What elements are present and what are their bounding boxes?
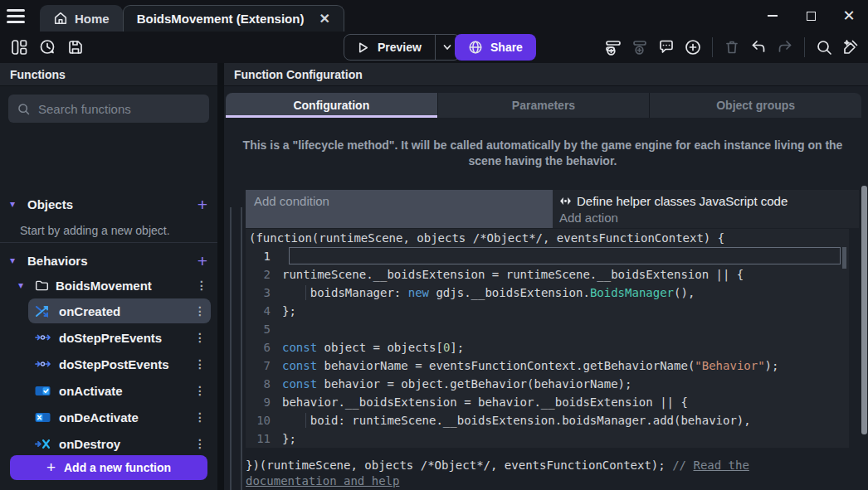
- line-number: 8: [246, 375, 282, 393]
- edit-extension-button[interactable]: [838, 35, 863, 60]
- deactivate-icon: [35, 410, 51, 424]
- folder-menu-button[interactable]: ⋮: [196, 279, 207, 292]
- function-item-movetoposition[interactable]: MoveToPosition⋮: [28, 484, 211, 490]
- preview-split-button: Preview: [344, 34, 461, 61]
- function-menu-button[interactable]: ⋮: [194, 304, 206, 318]
- code-line-5[interactable]: 5: [246, 320, 849, 338]
- tab-parameters[interactable]: Parameters: [438, 93, 651, 118]
- code-line-3[interactable]: 3 boidsManager: new gdjs.__boidsExtensio…: [246, 284, 849, 302]
- main-menu-button[interactable]: [7, 7, 28, 25]
- add-comment-button[interactable]: [654, 35, 679, 60]
- js-code-editor[interactable]: (function(runtimeScene, objects /*Object…: [246, 229, 849, 448]
- add-function-button[interactable]: + Add a new function: [10, 455, 207, 480]
- code-line-8[interactable]: 8const behavior = object.getBehavior(beh…: [246, 375, 849, 393]
- add-condition-button[interactable]: Add condition: [246, 190, 553, 228]
- tab-boidsmovement[interactable]: BoidsMovement (Extension) ✕: [123, 5, 344, 32]
- minimize-button[interactable]: [753, 0, 792, 32]
- line-text: const behavior = object.getBehavior(beha…: [282, 375, 849, 393]
- function-menu-button[interactable]: ⋮: [194, 331, 206, 344]
- function-menu-button[interactable]: ⋮: [194, 437, 206, 450]
- created-icon: [35, 304, 51, 318]
- tab-home-label: Home: [75, 12, 110, 26]
- code-indent-guide: [305, 285, 306, 300]
- add-action-button[interactable]: Add action: [559, 211, 852, 228]
- line-number: 3: [246, 284, 282, 302]
- add-subevent-icon: [630, 37, 650, 57]
- code-line-4[interactable]: 4};: [246, 302, 849, 320]
- tab-configuration[interactable]: Configuration: [226, 93, 438, 118]
- behavior-folder-boidsmovement[interactable]: ▾ BoidsMovement ⋮: [0, 274, 217, 297]
- undo-button[interactable]: [746, 35, 771, 60]
- code-line-11[interactable]: 11};: [246, 429, 849, 448]
- trash-icon: [723, 38, 741, 56]
- code-lines: 12runtimeScene.__boidsExtension = runtim…: [246, 247, 849, 448]
- add-object-button[interactable]: +: [197, 196, 207, 213]
- function-item-dosteppostevents[interactable]: doStepPostEvents⋮: [28, 352, 211, 376]
- add-subevent-button[interactable]: [627, 35, 652, 60]
- project-manager-button[interactable]: [7, 35, 32, 60]
- function-menu-button[interactable]: ⋮: [194, 384, 206, 397]
- destroy-icon: [35, 437, 51, 450]
- redo-button[interactable]: [773, 35, 797, 60]
- function-menu-button[interactable]: ⋮: [194, 410, 206, 424]
- edit-pencil-icon: [841, 37, 861, 57]
- line-text: [282, 320, 849, 338]
- function-label: onDestroy: [59, 437, 187, 451]
- folder-label: BoidsMovement: [56, 279, 189, 293]
- code-footer: })(runtimeScene, objects /*Object*/, eve…: [246, 458, 827, 489]
- functions-panel: Functions ▾ Objects + Start by adding a …: [0, 63, 217, 490]
- tab-home[interactable]: Home: [40, 5, 123, 32]
- comment-icon: [657, 38, 675, 56]
- function-item-ondestroy[interactable]: onDestroy⋮: [28, 431, 211, 456]
- objects-section-header[interactable]: ▾ Objects +: [0, 192, 217, 216]
- tab-object-groups[interactable]: Object groups: [650, 93, 861, 118]
- tab-close-icon[interactable]: ✕: [319, 11, 329, 27]
- code-line-2[interactable]: 2runtimeScene.__boidsExtension = runtime…: [246, 265, 849, 284]
- maximize-button[interactable]: [792, 0, 830, 32]
- line-number: 4: [246, 302, 282, 320]
- events-scrollbar-thumb[interactable]: [861, 186, 867, 434]
- event-indent-guide: [230, 207, 232, 490]
- code-line-1[interactable]: 1: [246, 247, 849, 265]
- delete-button[interactable]: [719, 35, 744, 60]
- function-item-oncreated[interactable]: onCreated⋮: [28, 298, 211, 323]
- objects-empty-hint: Start by adding a new object.: [20, 224, 170, 237]
- line-text: };: [282, 429, 849, 448]
- function-item-dosteppreevents[interactable]: doStepPreEvents⋮: [28, 325, 211, 350]
- code-line-9[interactable]: 9behavior.__boidsExtension = behavior.__…: [246, 393, 849, 411]
- function-label: doStepPreEvents: [59, 331, 187, 345]
- function-menu-button[interactable]: ⋮: [194, 357, 206, 371]
- preview-button[interactable]: Preview: [344, 34, 435, 61]
- folder-icon: [35, 279, 49, 292]
- js-event-title-row[interactable]: Define helper classes JavaScript code: [559, 192, 852, 211]
- share-button[interactable]: Share: [455, 34, 536, 61]
- search-functions-input[interactable]: [38, 102, 188, 116]
- add-behavior-button[interactable]: +: [197, 252, 207, 269]
- line-number: 1: [246, 247, 282, 265]
- window-close-button[interactable]: ✕: [830, 0, 868, 32]
- add-event-button[interactable]: [601, 35, 626, 60]
- gdevelop-window: Home BoidsMovement (Extension) ✕ ✕: [0, 0, 868, 490]
- active-line-highlight: [289, 247, 841, 264]
- code-indent-guide: [305, 413, 306, 428]
- history-button[interactable]: [35, 35, 60, 60]
- code-line-7[interactable]: 7const behaviorName = eventsFunctionCont…: [246, 357, 849, 375]
- function-item-ondeactivate[interactable]: onDeActivate⋮: [28, 405, 211, 429]
- chevron-down-icon: ▾: [10, 198, 20, 210]
- search-events-button[interactable]: [812, 35, 836, 60]
- behaviors-section-header[interactable]: ▾ Behaviors +: [0, 249, 217, 272]
- function-item-onactivate[interactable]: onActivate⋮: [28, 378, 211, 403]
- save-icon: [66, 38, 85, 56]
- code-line-10[interactable]: 10 boid: runtimeScene.__boidsExtension.b…: [246, 411, 849, 429]
- function-label: onCreated: [59, 304, 187, 318]
- function-configuration-panel: Function Configuration ConfigurationPara…: [224, 63, 868, 490]
- search-functions-box[interactable]: [8, 95, 209, 123]
- save-button[interactable]: [63, 35, 88, 60]
- code-footer-text: })(runtimeScene, objects /*Object*/, eve…: [246, 458, 672, 472]
- toolbar-separator: [804, 37, 805, 57]
- code-line-6[interactable]: 6const object = objects[0];: [246, 338, 849, 357]
- behaviors-section-label: Behaviors: [27, 254, 190, 268]
- add-element-button[interactable]: [680, 35, 705, 60]
- share-label: Share: [490, 41, 523, 54]
- search-icon: [17, 102, 31, 116]
